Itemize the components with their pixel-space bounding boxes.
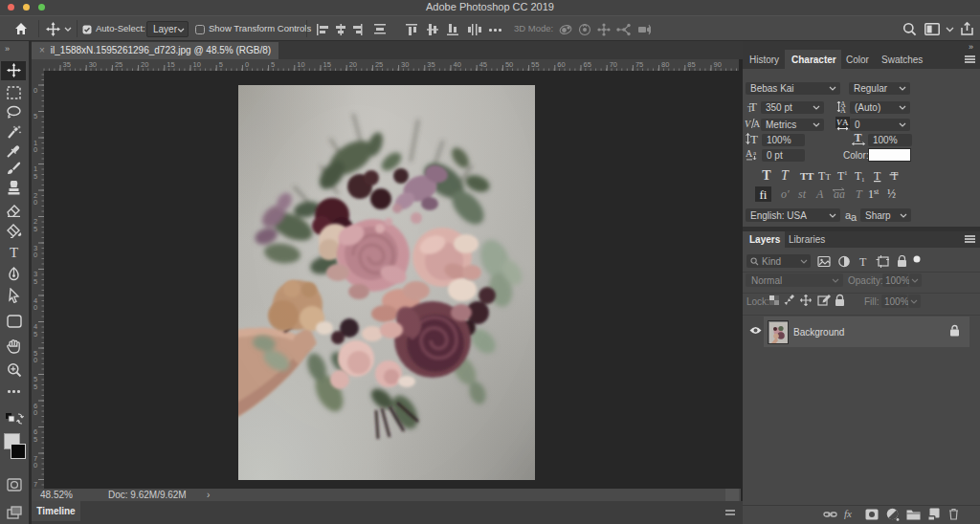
svg-text:15: 15 bbox=[167, 60, 174, 69]
svg-text:10: 10 bbox=[193, 60, 201, 69]
svg-text:35: 35 bbox=[427, 60, 434, 69]
svg-text:A: A bbox=[840, 106, 846, 114]
svg-text:0: 0 bbox=[33, 356, 37, 364]
svg-text:T: T bbox=[891, 169, 899, 183]
svg-text:T: T bbox=[855, 132, 862, 144]
svg-text:5: 5 bbox=[33, 330, 37, 338]
svg-text:0: 0 bbox=[33, 145, 37, 154]
svg-text:25: 25 bbox=[115, 60, 122, 69]
svg-text:A: A bbox=[842, 118, 849, 127]
svg-text:½: ½ bbox=[887, 187, 896, 201]
svg-text:T: T bbox=[859, 255, 867, 268]
svg-text:a: a bbox=[851, 211, 858, 222]
svg-text:5: 5 bbox=[33, 225, 37, 233]
svg-text:45: 45 bbox=[479, 60, 487, 69]
svg-text:5: 5 bbox=[33, 435, 37, 444]
svg-text:60: 60 bbox=[557, 60, 565, 69]
svg-text:20: 20 bbox=[349, 60, 357, 69]
svg-text:5: 5 bbox=[33, 382, 37, 391]
svg-text:85: 85 bbox=[687, 60, 695, 69]
svg-text:T: T bbox=[874, 169, 881, 183]
svg-text:0: 0 bbox=[33, 303, 37, 312]
svg-text:5: 5 bbox=[33, 277, 37, 286]
svg-text:T: T bbox=[762, 168, 771, 183]
svg-text:55: 55 bbox=[531, 60, 539, 69]
svg-text:70: 70 bbox=[610, 60, 617, 69]
svg-text:st: st bbox=[874, 187, 880, 196]
svg-text:0: 0 bbox=[33, 461, 37, 469]
svg-text:0: 0 bbox=[33, 198, 37, 207]
svg-text:50: 50 bbox=[505, 60, 513, 69]
svg-text:5: 5 bbox=[271, 60, 275, 69]
svg-text:40: 40 bbox=[454, 60, 461, 69]
svg-text:5: 5 bbox=[33, 172, 37, 181]
svg-text:0: 0 bbox=[33, 408, 37, 417]
svg-text:T: T bbox=[749, 100, 757, 113]
svg-text:1: 1 bbox=[844, 169, 848, 177]
svg-text:5: 5 bbox=[219, 60, 223, 69]
svg-text:0: 0 bbox=[245, 60, 249, 69]
svg-text:T: T bbox=[856, 187, 863, 201]
svg-text:15: 15 bbox=[323, 60, 331, 69]
svg-text:30: 30 bbox=[401, 60, 409, 69]
svg-text:90: 90 bbox=[714, 60, 722, 69]
svg-text:35: 35 bbox=[63, 60, 71, 69]
svg-text:V: V bbox=[745, 119, 752, 129]
svg-text:25: 25 bbox=[375, 60, 383, 69]
svg-text:T: T bbox=[750, 132, 758, 145]
svg-text:fi: fi bbox=[760, 187, 768, 202]
svg-text:5: 5 bbox=[33, 112, 37, 120]
svg-text:80: 80 bbox=[661, 60, 669, 69]
svg-text:T: T bbox=[826, 172, 832, 182]
svg-text:a: a bbox=[753, 149, 757, 157]
svg-text:0: 0 bbox=[33, 251, 37, 259]
svg-text:A: A bbox=[815, 187, 824, 201]
svg-text:st: st bbox=[798, 187, 807, 201]
svg-text:1: 1 bbox=[861, 176, 865, 184]
svg-text:10: 10 bbox=[297, 60, 304, 69]
svg-text:A: A bbox=[746, 148, 753, 159]
svg-text:75: 75 bbox=[635, 60, 643, 69]
svg-text:20: 20 bbox=[141, 60, 148, 69]
svg-text:T: T bbox=[807, 170, 814, 182]
svg-text:65: 65 bbox=[584, 60, 591, 69]
svg-text:30: 30 bbox=[89, 60, 97, 69]
svg-text:T: T bbox=[781, 168, 790, 183]
svg-text:T: T bbox=[10, 245, 18, 260]
svg-text:A: A bbox=[753, 119, 760, 129]
svg-text:0: 0 bbox=[33, 86, 37, 95]
svg-text:o′: o′ bbox=[781, 187, 790, 201]
